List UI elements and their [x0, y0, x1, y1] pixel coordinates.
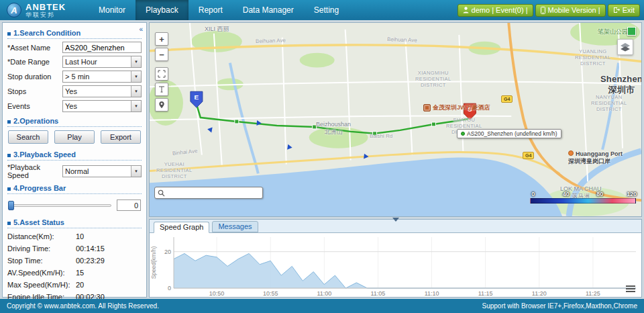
exit-label: Exit	[623, 6, 635, 14]
location-pin-icon	[158, 101, 166, 109]
measure-icon	[158, 85, 166, 93]
zoom-out-button[interactable]: −	[155, 48, 168, 61]
field-playback-speed: *Playback Speed Normal ▼	[7, 163, 142, 179]
map-label: Beizhoushan 北洲山	[316, 121, 351, 136]
brand-name: ANBTEK	[25, 3, 66, 11]
playback-speed-select[interactable]: Normal ▼	[62, 165, 142, 177]
section-title-playback-speed: 3.Playback Speed	[7, 148, 142, 161]
chevron-down-icon: ▼	[131, 101, 141, 111]
collapse-arrow-icon	[392, 218, 399, 222]
map-layers-button[interactable]	[617, 39, 633, 55]
progress-value-box[interactable]: 0	[117, 199, 141, 211]
asset-tooltip: AS200_Shenzhen (undefined km/h)	[457, 129, 561, 138]
brand-subname: 华联安邦	[25, 11, 66, 18]
search-icon	[158, 189, 165, 197]
menu-item-playback[interactable]: Playback	[136, 0, 189, 20]
user-bar: demo | Event(0) | Mobile Version | Exit	[458, 4, 644, 17]
menu-item-data-manager[interactable]: Data Manager	[233, 0, 304, 20]
operations-buttons: Search Play Export	[8, 130, 141, 144]
field-asset-name: *Asset Name	[7, 42, 142, 53]
export-button[interactable]: Export	[101, 130, 141, 144]
playback-speed-value: Normal	[65, 167, 131, 175]
status-row-stop-time: Stop Time: 00:23:29	[7, 257, 142, 265]
distance-label: Distance(Km):	[7, 232, 76, 240]
events-value: Yes	[65, 102, 131, 110]
search-button[interactable]: Search	[8, 130, 48, 144]
chevron-down-icon: ▼	[131, 71, 141, 82]
progress-bar-row: 0	[8, 199, 141, 211]
map-search-input[interactable]	[167, 189, 260, 197]
stop-duration-select[interactable]: > 5 min ▼	[62, 71, 142, 83]
chevron-down-icon: ▼	[131, 166, 141, 177]
status-row-distance: Distance(Km): 10	[7, 232, 142, 240]
hotel-name: 金茂深圳JW万豪酒店	[433, 103, 490, 112]
play-button[interactable]: Play	[54, 130, 95, 144]
legend-tick: 40	[563, 191, 570, 197]
exit-button[interactable]: Exit	[608, 4, 640, 17]
stop-duration-label: Stop duration	[7, 73, 62, 81]
svg-text:11:15: 11:15	[478, 290, 493, 297]
field-stops: Stops Yes ▼	[7, 85, 142, 97]
road-shield-g4: G4	[523, 152, 534, 159]
status-row-av-speed: AV.Speed(Km/H): 15	[7, 269, 142, 277]
mobile-version-button[interactable]: Mobile Version |	[535, 4, 606, 17]
field-events: Events Yes ▼	[7, 100, 142, 112]
av-speed-value: 15	[76, 269, 84, 277]
stop-time-value: 00:23:29	[76, 257, 105, 265]
speed-chart: 10:5010:5511:0011:0511:1011:1511:2011:25…	[150, 233, 641, 298]
field-date-range: *Date Range Last Hour ▼	[7, 56, 142, 68]
chevron-down-icon: ▼	[131, 86, 141, 97]
progress-slider-handle[interactable]	[8, 201, 14, 210]
locate-button[interactable]	[155, 98, 168, 111]
progress-slider-track[interactable]	[8, 204, 111, 207]
map-label: Beihuan Ave	[256, 37, 286, 44]
speed-legend-ticks: 0 40 80 120	[530, 191, 636, 198]
user-account-button[interactable]: demo | Event(0) |	[458, 4, 533, 17]
measure-button[interactable]	[155, 83, 168, 96]
map-search-box[interactable]	[154, 187, 263, 199]
bottom-tabs: Speed Graph Messages	[150, 220, 641, 233]
menu-item-report[interactable]: Report	[189, 0, 233, 20]
sidebar: « 1.Search Condition *Asset Name *Date R…	[2, 22, 147, 298]
svg-text:20: 20	[164, 249, 171, 255]
date-range-select[interactable]: Last Hour ▼	[62, 56, 142, 68]
menu-item-setting[interactable]: Setting	[304, 0, 349, 20]
chart-menu-icon[interactable]	[626, 284, 635, 294]
svg-text:11:05: 11:05	[371, 290, 386, 297]
mobile-version-label: Mobile Version |	[548, 6, 600, 14]
copyright-text: Copyright © www.anbtek.com. All Rights R…	[7, 302, 159, 310]
tab-messages[interactable]: Messages	[212, 221, 258, 232]
section-title-progress: 4.Progress Bar	[7, 182, 142, 194]
mobile-icon	[541, 7, 545, 14]
section-title-operations: 2.Operations	[7, 115, 142, 127]
legend-tick: 120	[627, 191, 637, 197]
asset-dot-icon	[461, 132, 465, 136]
road-shield-g4: G4	[501, 95, 513, 103]
svg-text:0: 0	[168, 285, 171, 292]
legend-tick: 80	[596, 191, 603, 197]
map-label: YUEHAI RESIDENTIAL DISTRICT	[156, 161, 193, 179]
hotel-poi-label[interactable]: 金茂深圳JW万豪酒店	[423, 103, 490, 112]
speed-graph-panel: Speed Graph Messages 10:5010:5511:0011:0…	[149, 219, 642, 298]
zoom-in-button[interactable]: +	[155, 32, 168, 46]
map-label: Beihuan Ave	[387, 36, 417, 44]
events-label: Events	[7, 102, 62, 110]
status-row-max-speed: Max Speed(Km/H): 20	[7, 281, 142, 289]
stops-value: Yes	[65, 87, 131, 95]
tab-speed-graph[interactable]: Speed Graph	[154, 222, 209, 233]
menu-item-monitor[interactable]: Monitor	[89, 0, 136, 20]
sidebar-collapse-icon[interactable]: «	[139, 26, 143, 33]
map-overlay-toggle-button[interactable]	[627, 27, 636, 36]
asset-name-input[interactable]	[62, 42, 142, 53]
svg-text:11:25: 11:25	[586, 290, 600, 297]
section-title-search: 1.Search Condition	[7, 27, 142, 39]
panel-collapse-handle[interactable]	[392, 218, 399, 222]
footer: Copyright © www.anbtek.com. All Rights R…	[0, 299, 644, 313]
events-select[interactable]: Yes ▼	[62, 100, 142, 112]
stops-select[interactable]: Yes ▼	[62, 85, 142, 97]
date-range-label: *Date Range	[7, 58, 62, 66]
fit-bounds-button[interactable]	[155, 67, 168, 81]
browser-support-text: Support with Browser IE7+,Firefox,Maxtho…	[482, 302, 637, 310]
fit-bounds-icon	[158, 70, 166, 78]
av-speed-label: AV.Speed(Km/H):	[7, 269, 76, 277]
